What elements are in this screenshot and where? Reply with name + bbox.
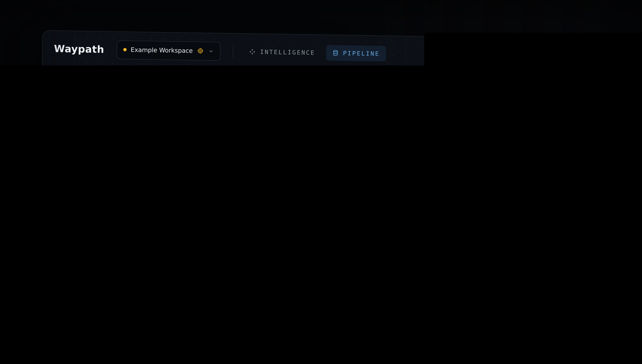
deal-name[interactable]: Re-engagement win-back bbox=[173, 235, 307, 244]
stage-badge: decision bbox=[314, 138, 353, 150]
table-search-placeholder: Search... bbox=[586, 84, 618, 92]
topbar-divider bbox=[233, 45, 233, 58]
screen: Waypath Example Workspace bbox=[0, 0, 642, 364]
sidebar: WORKSPACE People bbox=[38, 66, 159, 364]
amount-value: $2,400 bbox=[385, 296, 462, 304]
workflow-icon bbox=[50, 211, 59, 218]
sidebar-item-settings[interactable]: Settings Soon bbox=[45, 279, 149, 296]
global-search-placeholder: Search customers... bbox=[498, 52, 561, 60]
row-checkbox[interactable] bbox=[155, 292, 172, 300]
soon-badge: Soon bbox=[122, 299, 144, 308]
company-value: — bbox=[539, 182, 642, 192]
row-checkbox[interactable] bbox=[157, 196, 174, 204]
workspace-badge-icon bbox=[197, 47, 204, 54]
select-all-checkbox[interactable] bbox=[158, 100, 175, 108]
company-value: — bbox=[538, 240, 642, 250]
column-header-company[interactable]: Company bbox=[540, 106, 642, 115]
probability-value: 75 bbox=[463, 220, 539, 228]
deal-name[interactable]: Cart abandonment recovery bbox=[175, 119, 309, 128]
deal-name[interactable]: ABM target conversion bbox=[173, 254, 307, 263]
chevron-down-icon[interactable] bbox=[262, 80, 268, 86]
stage-badge: awareness bbox=[311, 332, 353, 343]
row-checkbox[interactable] bbox=[156, 234, 173, 242]
sidebar-item-people[interactable]: People bbox=[48, 92, 152, 110]
probability-value: 78 bbox=[463, 201, 539, 209]
intelligence-icon bbox=[249, 48, 256, 55]
tree-connector bbox=[57, 143, 64, 150]
sidebar-item-label: Settings bbox=[62, 283, 92, 291]
view-title-separator: · bbox=[243, 79, 247, 86]
deal-name[interactable]: Pricing page re-engagement bbox=[174, 177, 308, 186]
note-icon bbox=[50, 196, 59, 202]
amount-value: $3,600 bbox=[385, 335, 461, 343]
row-checkbox[interactable] bbox=[158, 118, 175, 126]
row-checkbox[interactable] bbox=[158, 138, 175, 146]
workspace-status-dot bbox=[123, 48, 126, 51]
column-header-probability[interactable]: Probability bbox=[465, 105, 540, 113]
gear-icon bbox=[49, 283, 58, 290]
sidebar-item-all-opportunities[interactable]: All Opportunities bbox=[46, 142, 152, 159]
cursor-artifact bbox=[547, 342, 551, 347]
stage-badge: awareness bbox=[312, 293, 354, 305]
tab-pipeline[interactable]: PIPELINE bbox=[326, 45, 386, 62]
deal-name[interactable]: Free trial upgrade bbox=[174, 196, 308, 205]
cmd-key: ⌘ bbox=[627, 83, 642, 94]
book-icon bbox=[49, 299, 58, 306]
row-checkbox[interactable] bbox=[157, 176, 174, 184]
sidebar-item-tasks[interactable]: Tasks bbox=[46, 176, 150, 193]
deal-name[interactable]: Partner referral close bbox=[173, 216, 308, 224]
sidebar-item-workflows[interactable]: Workflows Soon bbox=[46, 207, 150, 224]
stage-badge: decision bbox=[314, 119, 353, 130]
sidebar-item-label: Workflows bbox=[64, 211, 97, 219]
sidebar-item-notes[interactable]: Notes Soon bbox=[46, 191, 150, 208]
company-value: — bbox=[536, 337, 642, 346]
sidebar-item-companies[interactable]: Companies bbox=[48, 108, 152, 125]
deal-name[interactable]: Cold outreach response bbox=[172, 312, 306, 321]
sidebar-section-other: OTHER bbox=[46, 250, 149, 258]
workspace-switcher[interactable]: Example Workspace bbox=[116, 40, 221, 60]
row-checkbox[interactable] bbox=[157, 157, 174, 165]
leaf-icon bbox=[50, 268, 58, 275]
sidebar-item-documentation[interactable]: Documentation Soon bbox=[45, 294, 149, 312]
amount-value: $3,600 bbox=[386, 219, 463, 227]
row-checkbox[interactable] bbox=[155, 312, 172, 320]
deal-name[interactable]: Enterprise demo follow-up bbox=[174, 138, 309, 147]
stage-badge: consideration bbox=[312, 274, 368, 286]
table-body: Cart abandonment recovery decision $9,60… bbox=[154, 112, 642, 364]
sidebar-item-by-stage[interactable]: By Stage bbox=[46, 157, 152, 174]
building-icon bbox=[52, 112, 60, 120]
deal-name[interactable]: Content-qualified lead bbox=[172, 274, 306, 282]
deal-name[interactable]: Social-to-pipeline bbox=[172, 293, 306, 302]
global-search[interactable]: Search customers... ⌘K bbox=[478, 45, 642, 70]
sidebar-item-label: Companies bbox=[65, 112, 98, 120]
column-header-stage[interactable]: Stage bbox=[309, 102, 388, 111]
sidebar-divider bbox=[47, 244, 148, 246]
row-checkbox[interactable] bbox=[156, 254, 173, 262]
main-content: All Opportunities · 12 bbox=[154, 68, 642, 364]
column-header-deal[interactable]: Deal bbox=[175, 100, 309, 109]
cursor-artifact bbox=[67, 302, 71, 308]
amount-value: $9,600 bbox=[386, 277, 462, 285]
company-value: — bbox=[540, 144, 642, 153]
row-checkbox[interactable] bbox=[156, 215, 174, 223]
deal-name[interactable]: Conference lead follow-up bbox=[172, 332, 306, 341]
sidebar-item-opportunities[interactable]: Opportunities bbox=[46, 126, 152, 143]
amount-value: $4,800 bbox=[388, 161, 464, 169]
tab-intelligence[interactable]: INTELLIGENCE bbox=[242, 44, 322, 60]
sidebar-item-label: Opportunities bbox=[64, 130, 112, 138]
table-toolbar: Search... ⌘ K Filter bbox=[576, 82, 642, 97]
view-title[interactable]: All Opportunities bbox=[167, 77, 240, 87]
row-checkbox[interactable] bbox=[156, 273, 172, 281]
sidebar-item-dashboards[interactable]: Dashboards Soon bbox=[46, 222, 150, 240]
chevron-down-icon[interactable] bbox=[208, 48, 214, 54]
table-search[interactable]: Search... bbox=[576, 84, 618, 92]
sidebar-item-find-leads[interactable]: Find Leads bbox=[45, 263, 149, 280]
app-logo: Waypath bbox=[54, 43, 104, 55]
shortcut-keys: ⌘ K bbox=[627, 83, 642, 94]
deal-name[interactable]: Webinar attendee conversion bbox=[174, 158, 308, 167]
row-checkbox[interactable] bbox=[154, 331, 172, 339]
tab-label: PIPELINE bbox=[343, 50, 380, 57]
column-header-amount[interactable]: Amount bbox=[388, 104, 465, 112]
company-value: — bbox=[537, 298, 642, 308]
soon-badge: Soon bbox=[124, 227, 146, 236]
